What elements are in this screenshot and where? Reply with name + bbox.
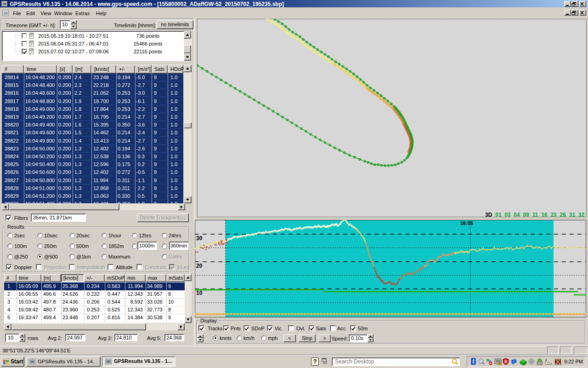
svg-text:16:05: 16:05 (460, 220, 473, 226)
svg-text:30: 30 (196, 235, 203, 242)
svg-text:10: 10 (196, 290, 203, 296)
svg-text:20: 20 (196, 263, 203, 269)
